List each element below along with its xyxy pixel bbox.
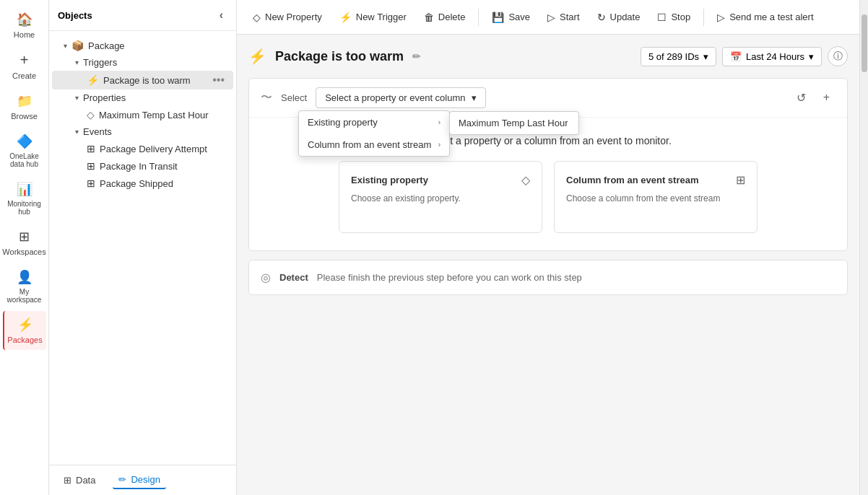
sidebar-item-event-transit[interactable]: ⊞ Package In Transit (52, 157, 233, 175)
new-trigger-label: New Trigger (356, 12, 407, 22)
select-step-body-title: Select a property or a column from an ev… (425, 135, 672, 146)
stop-button[interactable]: ☐ Stop (650, 7, 698, 27)
test-alert-button[interactable]: ▷ Send me a test alert (710, 7, 820, 27)
event-stream-card-title: Column from an event stream (566, 175, 699, 185)
select-step-card: 〜 Select Select a property or event colu… (248, 78, 848, 251)
existing-property-card-icon: ◇ (521, 173, 530, 187)
start-icon: ▷ (547, 12, 555, 23)
sidebar-item-triggers[interactable]: ▾ Triggers (52, 54, 233, 71)
sidebar-item-max-temp[interactable]: ◇ Maximum Temp Last Hour (52, 106, 233, 123)
sidebar-event-shipped-label: Package Shipped (100, 178, 173, 189)
select-dropdown-chevron-icon: ▾ (472, 92, 477, 103)
property-icon: ◇ (87, 109, 95, 121)
time-label: Last 24 Hours (746, 51, 804, 62)
event-delivery-icon: ⊞ (87, 143, 95, 154)
design-tab-icon: ✏ (118, 474, 126, 485)
sidebar-item-properties[interactable]: ▾ Properties (52, 89, 233, 106)
tab-data[interactable]: ⊞ Data (58, 471, 101, 489)
right-scrollbar[interactable] (859, 0, 868, 495)
event-stream-menu-label: Column from an event stream (308, 139, 431, 150)
new-trigger-button[interactable]: ⚡ New Trigger (332, 7, 414, 27)
sidebar-item-event-delivery[interactable]: ⊞ Package Delivery Attempt (52, 140, 233, 157)
save-label: Save (508, 12, 530, 22)
page-header-right: 5 of 289 IDs ▾ 📅 Last 24 Hours ▾ ⓘ (641, 46, 848, 66)
edit-title-icon[interactable]: ✏ (412, 51, 421, 62)
nav-onelake[interactable]: 🔷 OneLake data hub (3, 128, 46, 174)
nav-packages[interactable]: ⚡ Packages (3, 311, 46, 350)
event-stream-menu-item[interactable]: Column from an event stream › (299, 133, 449, 156)
new-property-icon: ◇ (253, 12, 261, 23)
event-shipped-icon: ⊞ (87, 178, 95, 189)
ids-dropdown[interactable]: 5 of 289 IDs ▾ (641, 47, 716, 66)
home-icon: 🏠 (17, 12, 32, 27)
workspaces-icon: ⊞ (19, 229, 30, 245)
ids-label: 5 of 289 IDs (648, 51, 699, 62)
sidebar-item-event-shipped[interactable]: ⊞ Package Shipped (52, 175, 233, 192)
sidebar-item-package[interactable]: ▾ 📦 Package (52, 37, 233, 54)
triggers-chevron-icon: ▾ (75, 58, 79, 66)
save-icon: 💾 (492, 12, 504, 23)
start-label: Start (560, 12, 579, 22)
properties-chevron-icon: ▾ (75, 94, 79, 102)
update-button[interactable]: ↻ Update (590, 7, 648, 27)
existing-property-card-header: Existing property ◇ (351, 173, 530, 187)
nav-home[interactable]: 🏠 Home (3, 6, 46, 45)
save-button[interactable]: 💾 Save (485, 7, 537, 27)
monitoring-icon: 📊 (17, 181, 32, 197)
nav-home-label: Home (14, 30, 35, 39)
existing-property-chevron-icon: › (438, 118, 440, 126)
existing-property-card[interactable]: Existing property ◇ Choose an existing p… (339, 161, 542, 233)
toolbar-separator-1 (478, 9, 479, 26)
stop-label: Stop (671, 12, 690, 22)
delete-button[interactable]: 🗑 Delete (417, 7, 473, 27)
nav-create-label: Create (12, 71, 36, 80)
nav-myworkspace[interactable]: 👤 My workspace (3, 263, 46, 310)
select-step-label: Select (281, 92, 307, 103)
info-icon: ⓘ (833, 50, 843, 63)
max-temp-submenu-item[interactable]: Maximum Temp Last Hour (450, 112, 578, 134)
nav-workspaces[interactable]: ⊞ Workspaces (3, 223, 46, 262)
time-dropdown[interactable]: 📅 Last 24 Hours ▾ (722, 47, 822, 66)
new-property-button[interactable]: ◇ New Property (246, 7, 329, 27)
sidebar-tree: ▾ 📦 Package ▾ Triggers ⚡ Package is too … (49, 31, 236, 465)
sidebar-item-events[interactable]: ▾ Events (52, 123, 233, 140)
step-refresh-button[interactable]: ↺ (791, 88, 812, 108)
new-property-label: New Property (265, 12, 322, 22)
time-calendar-icon: 📅 (730, 51, 742, 62)
step-expand-button[interactable]: + (817, 88, 836, 108)
existing-property-card-desc: Choose an existing property. (351, 193, 530, 205)
select-dropdown-menu: Existing property › Maximum Temp Last Ho… (298, 110, 450, 157)
sidebar-max-temp-label: Maximum Temp Last Hour (99, 110, 208, 121)
right-scroll-thumb[interactable] (862, 14, 867, 72)
tab-design[interactable]: ✏ Design (113, 471, 165, 489)
content-area: ⚡ Package is too warm ✏ 5 of 289 IDs ▾ 📅… (237, 35, 859, 495)
nav-browse[interactable]: 📁 Browse (3, 87, 46, 126)
page-header: ⚡ Package is too warm ✏ 5 of 289 IDs ▾ 📅… (248, 46, 848, 66)
event-stream-card[interactable]: Column from an event stream ⊞ Choose a c… (554, 161, 758, 233)
select-dropdown-label: Select a property or event column (325, 92, 465, 103)
page-title: Package is too warm (275, 49, 404, 64)
toolbar-separator-2 (703, 9, 704, 26)
design-tab-label: Design (131, 474, 160, 485)
nav-monitoring[interactable]: 📊 Monitoring hub (3, 175, 46, 222)
data-tab-label: Data (76, 475, 95, 486)
nav-workspaces-label: Workspaces (2, 248, 45, 256)
left-nav: 🏠 Home + Create 📁 Browse 🔷 OneLake data … (0, 0, 49, 495)
nav-packages-label: Packages (7, 336, 42, 344)
sidebar-collapse-button[interactable]: ‹ (215, 7, 227, 23)
browse-icon: 📁 (17, 93, 32, 109)
top-toolbar: ◇ New Property ⚡ New Trigger 🗑 Delete 💾 … (237, 0, 859, 35)
trigger-more-button[interactable]: ••• (209, 74, 227, 87)
info-button[interactable]: ⓘ (828, 46, 848, 66)
select-dropdown-button[interactable]: Select a property or event column ▾ (316, 87, 485, 108)
nav-create[interactable]: + Create (3, 46, 46, 86)
packages-icon: ⚡ (17, 317, 33, 333)
sidebar-title: Objects (58, 10, 92, 21)
existing-property-menu-item[interactable]: Existing property › (299, 111, 449, 133)
event-stream-card-icon: ⊞ (736, 173, 745, 187)
max-temp-submenu-label: Maximum Temp Last Hour (459, 118, 568, 128)
sidebar-item-trigger-warm[interactable]: ⚡ Package is too warm ••• (52, 71, 233, 89)
onelake-icon: 🔷 (17, 133, 32, 149)
test-alert-label: Send me a test alert (729, 12, 813, 22)
start-button[interactable]: ▷ Start (540, 7, 586, 27)
